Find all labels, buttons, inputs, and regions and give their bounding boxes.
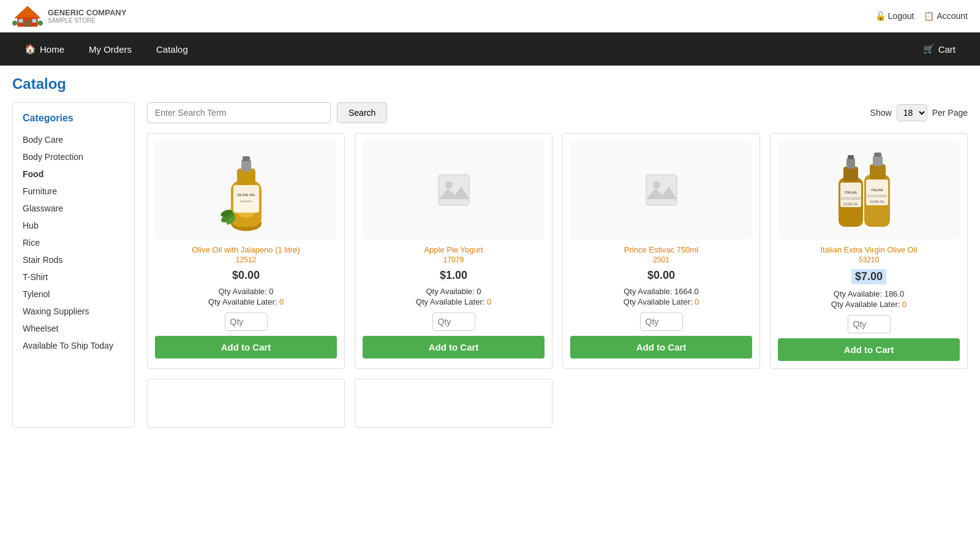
qty-input[interactable] xyxy=(848,315,891,333)
product-sku: 2501 xyxy=(653,256,669,264)
svg-rect-19 xyxy=(439,175,469,205)
nav-my-orders[interactable]: My Orders xyxy=(77,33,144,66)
product-price: $0.00 xyxy=(647,269,675,282)
no-image-placeholder xyxy=(435,172,472,208)
account-label: Account xyxy=(937,11,968,21)
add-to-cart-button[interactable]: Add to Cart xyxy=(155,336,337,359)
page-title: Catalog xyxy=(12,75,968,93)
svg-rect-26 xyxy=(843,167,858,181)
product-card: Apple Pie Yogurt 17079 $1.00 Qty Availab… xyxy=(355,133,552,369)
sidebar-items: Body CareBody ProtectionFoodFurnitureGla… xyxy=(23,131,124,354)
qty-input[interactable] xyxy=(432,313,475,331)
nav-home[interactable]: 🏠 Home xyxy=(12,32,77,66)
qty-later-value: 0 xyxy=(902,300,907,309)
svg-rect-35 xyxy=(873,156,883,166)
svg-rect-4 xyxy=(32,19,37,23)
svg-text:ITALIAN: ITALIAN xyxy=(871,188,883,192)
product-image-container xyxy=(363,141,545,239)
product-qty-later: Qty Available Later: 0 xyxy=(208,297,284,306)
product-image: OLIVE OIL Jalapeno xyxy=(216,147,277,233)
company-logo xyxy=(12,4,43,28)
qty-later-value: 0 xyxy=(279,297,284,306)
product-sku: 17079 xyxy=(443,256,464,264)
sidebar: Categories Body CareBody ProtectionFoodF… xyxy=(12,102,135,428)
svg-text:EXTRA VIRGIN: EXTRA VIRGIN xyxy=(867,195,887,198)
search-input[interactable] xyxy=(147,102,331,123)
product-name: Olive Oil with Jalapeno (1 litre) xyxy=(192,245,300,254)
search-bar: Search Show 9 18 36 72 Per Page xyxy=(147,102,968,123)
qty-input[interactable] xyxy=(640,313,683,331)
logout-label: Logout xyxy=(888,11,914,21)
logout-link[interactable]: 🔓 Logout xyxy=(875,11,914,21)
qty-later-value: 0 xyxy=(487,297,491,306)
per-page-section: Show 9 18 36 72 Per Page xyxy=(870,104,968,121)
nav-cart[interactable]: 🛒 Cart xyxy=(911,32,968,66)
sidebar-item-hub[interactable]: Hub xyxy=(23,217,124,234)
company-name: GENERIC COMPANY xyxy=(48,8,126,17)
product-name: Apple Pie Yogurt xyxy=(424,245,483,254)
top-bar-actions: 🔓 Logout 📋 Account xyxy=(875,11,968,21)
sidebar-item-body-protection[interactable]: Body Protection xyxy=(23,148,124,165)
sidebar-item-waxing-suppliers[interactable]: Waxing Suppliers xyxy=(23,303,124,320)
sidebar-item-glassware[interactable]: Glassware xyxy=(23,200,124,217)
sidebar-item-rice[interactable]: Rice xyxy=(23,234,124,251)
content-area: Search Show 9 18 36 72 Per Page xyxy=(147,102,968,428)
add-to-cart-button[interactable]: Add to Cart xyxy=(570,336,752,359)
svg-rect-11 xyxy=(243,156,250,161)
svg-point-20 xyxy=(445,181,453,189)
svg-text:OLIVE OIL: OLIVE OIL xyxy=(869,200,884,203)
svg-point-6 xyxy=(38,21,43,26)
products-grid: OLIVE OIL Jalapeno Olive Oil with Jalape… xyxy=(147,133,968,369)
svg-rect-36 xyxy=(874,153,881,157)
add-to-cart-button[interactable]: Add to Cart xyxy=(363,336,545,359)
product-card-partial xyxy=(147,379,345,428)
sidebar-item-wheelset[interactable]: Wheelset xyxy=(23,320,124,337)
svg-text:OLIVE OIL: OLIVE OIL xyxy=(237,193,255,197)
qty-input[interactable] xyxy=(225,313,268,331)
product-image: ITALIAN EXTRA VIRGIN OLIVE OIL ITALIAN E… xyxy=(832,147,906,233)
svg-rect-3 xyxy=(19,19,23,23)
sidebar-item-available-to-ship-today[interactable]: Available To Ship Today xyxy=(23,337,124,354)
logo-area: GENERIC COMPANY SAMPLE STORE xyxy=(12,4,126,28)
qty-input-row xyxy=(363,313,545,331)
svg-text:ITALIAN: ITALIAN xyxy=(845,191,857,194)
account-link[interactable]: 📋 Account xyxy=(924,11,968,21)
product-image-container: ITALIAN EXTRA VIRGIN OLIVE OIL ITALIAN E… xyxy=(778,141,960,239)
product-sku: 12512 xyxy=(236,256,256,264)
sidebar-item-body-care[interactable]: Body Care xyxy=(23,131,124,148)
svg-point-23 xyxy=(653,181,660,189)
qty-input-row xyxy=(155,313,337,331)
sidebar-item-tylenol[interactable]: Tylenol xyxy=(23,286,124,303)
product-qty-later: Qty Available Later: 0 xyxy=(416,297,491,306)
product-qty-available: Qty Available: 186.0 xyxy=(834,289,904,298)
product-price: $0.00 xyxy=(232,269,260,282)
product-name: Italian Extra Virgin Olive Oil xyxy=(821,245,918,254)
cart-icon: 🛒 xyxy=(923,44,935,55)
per-page-select[interactable]: 9 18 36 72 xyxy=(897,104,927,121)
nav-right: 🛒 Cart xyxy=(911,32,968,66)
account-icon: 📋 xyxy=(924,11,934,21)
product-price: $7.00 xyxy=(851,269,886,284)
product-qty-available: Qty Available: 1664.0 xyxy=(624,287,699,296)
search-button[interactable]: Search xyxy=(337,102,387,123)
product-name: Prince Estivac 750ml xyxy=(624,245,698,254)
sidebar-item-furniture[interactable]: Furniture xyxy=(23,183,124,200)
svg-point-5 xyxy=(12,21,17,26)
nav-catalog[interactable]: Catalog xyxy=(144,33,200,66)
svg-marker-0 xyxy=(15,6,40,18)
qty-input-row xyxy=(570,313,752,331)
nav-left: 🏠 Home My Orders Catalog xyxy=(12,32,200,66)
top-bar: GENERIC COMPANY SAMPLE STORE 🔓 Logout 📋 … xyxy=(0,0,980,32)
main-layout: Categories Body CareBody ProtectionFoodF… xyxy=(12,102,968,428)
svg-text:OLIVE OIL: OLIVE OIL xyxy=(843,202,858,206)
sidebar-item-food[interactable]: Food xyxy=(23,165,124,183)
no-image-placeholder xyxy=(643,172,680,208)
add-to-cart-button[interactable]: Add to Cart xyxy=(778,338,960,361)
product-card-partial xyxy=(355,379,552,428)
svg-rect-2 xyxy=(24,21,31,27)
svg-rect-34 xyxy=(870,164,886,179)
sidebar-item-t-shirt[interactable]: T-Shirt xyxy=(23,268,124,286)
qty-later-value: 0 xyxy=(695,297,699,306)
sidebar-item-stair-rods[interactable]: Stair Rods xyxy=(23,251,124,268)
svg-text:Jalapeno: Jalapeno xyxy=(239,199,252,203)
